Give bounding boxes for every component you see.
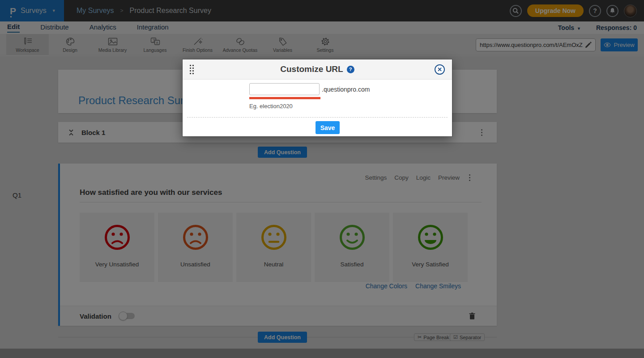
example-hint: Eg. election2020 <box>249 103 293 110</box>
modal-header: Customize URL ? ✕ <box>183 59 452 80</box>
close-icon[interactable]: ✕ <box>435 64 445 75</box>
modal-overlay[interactable] <box>0 0 644 358</box>
modal-divider <box>187 117 448 118</box>
modal-help-icon[interactable]: ? <box>347 66 354 73</box>
modal-body: .questionpro.com Eg. election2020 Save <box>183 80 452 136</box>
customize-url-modal: Customize URL ? ✕ .questionpro.com Eg. e… <box>183 59 452 136</box>
drag-handle-icon[interactable] <box>190 65 194 75</box>
validation-error-underline <box>249 97 320 99</box>
domain-suffix: .questionpro.com <box>322 86 370 93</box>
save-button[interactable]: Save <box>316 121 340 134</box>
custom-url-input[interactable] <box>249 83 320 95</box>
modal-title: Customize URL ? <box>280 64 354 74</box>
